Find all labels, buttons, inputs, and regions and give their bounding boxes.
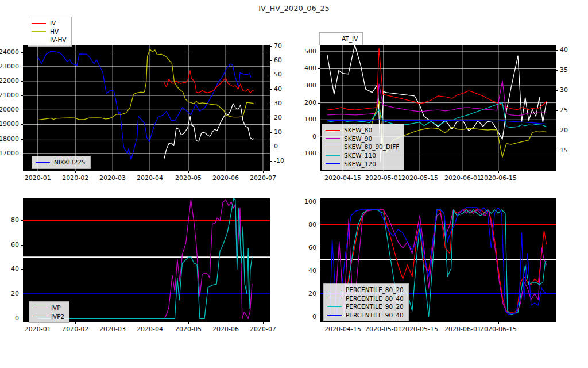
x-tickmark — [420, 322, 420, 324]
legend-label: SKEW_110 — [344, 152, 376, 159]
x-tick-label: 2020-06-15 — [480, 175, 517, 182]
x-tickmark — [263, 322, 264, 324]
y-tickmark-left — [318, 202, 320, 202]
y-tick-label-left: 500 — [282, 48, 316, 55]
y-tickmark-left — [21, 319, 23, 319]
y-tickmark-left — [318, 68, 320, 69]
y-tickmark-right — [556, 110, 558, 111]
y-tickmark-right — [270, 89, 272, 90]
y-tickmark-right — [270, 46, 272, 47]
x-tickmark — [226, 322, 226, 324]
legend-line-sample — [36, 162, 50, 163]
legend-label: IV-HV — [50, 36, 67, 43]
x-tickmark — [498, 322, 499, 324]
y-tickmark-left — [318, 248, 320, 248]
legend-item: AT_IV — [323, 34, 358, 43]
legend-item: PERCENTILE_80_40 — [327, 294, 404, 303]
x-tick-label: 2020-06-15 — [480, 326, 517, 333]
y-tickmark-left — [21, 294, 23, 294]
y-tick-label-left: 300 — [282, 82, 316, 89]
x-tick-label: 2020-07 — [250, 326, 276, 333]
y-tick-label-left: 80 — [0, 217, 19, 224]
y-tickmark-left — [318, 317, 320, 317]
x-tick-label: 2020-05-15 — [401, 326, 438, 333]
y-tick-label-right: 40 — [274, 86, 282, 93]
y-tick-label-right: 30 — [274, 100, 282, 107]
y-tick-label-right: 15 — [560, 147, 568, 154]
y-tickmark-right — [556, 151, 558, 151]
x-tickmark — [343, 322, 343, 324]
x-tick-label: 2020-06 — [212, 175, 239, 182]
legend-label: SKEW_80_90_DIFF — [344, 143, 399, 150]
x-tickmark — [226, 171, 226, 173]
legend: AT_IV — [319, 32, 363, 45]
x-tickmark — [343, 171, 343, 173]
legend-label: SKEW_120 — [344, 160, 376, 167]
legend-label: SKEW_90 — [344, 135, 372, 142]
y-tick-label-left: 20 — [282, 290, 316, 297]
y-tickmark-left — [21, 220, 23, 221]
y-tick-label-left: -100 — [282, 150, 316, 157]
y-tick-label-right: 30 — [560, 87, 568, 94]
legend-item: SKEW_80_90_DIFF — [326, 143, 399, 151]
x-tickmark — [188, 322, 189, 324]
legend-item: SKEW_110 — [326, 151, 399, 160]
legend-label: PERCENTILE_90_40 — [346, 312, 404, 319]
y-tickmark-left — [318, 225, 320, 225]
legend-line-sample — [32, 40, 46, 40]
y-tick-label-left: 23000 — [0, 63, 19, 70]
y-tickmark-right — [556, 90, 558, 91]
x-tick-label: 2020-05 — [175, 326, 202, 333]
y-tickmark-left — [318, 294, 320, 294]
y-tickmark-left — [21, 67, 23, 67]
y-tickmark-left — [21, 269, 23, 270]
y-tick-label-left: 40 — [0, 266, 19, 273]
y-tickmark-right — [270, 132, 272, 133]
legend-line-sample — [323, 39, 338, 39]
y-tickmark-right — [270, 103, 272, 104]
legend-label: PERCENTILE_80_20 — [346, 286, 404, 293]
x-tickmark — [113, 322, 113, 324]
legend-line-sample — [33, 308, 47, 308]
y-tick-label-left: 20000 — [0, 106, 19, 113]
y-tickmark-left — [21, 139, 23, 140]
y-tick-label-right: 20 — [560, 127, 568, 134]
x-tick-label: 2020-04-15 — [324, 175, 361, 182]
legend-item: IVP — [33, 304, 64, 312]
x-tick-label: 2020-06 — [212, 326, 239, 333]
x-tickmark — [263, 171, 264, 173]
x-tick-label: 2020-07 — [250, 175, 276, 182]
legend-line-sample — [326, 138, 340, 139]
y-tick-label-right: 50 — [274, 71, 282, 78]
y-tick-label-right: 0 — [274, 143, 278, 150]
y-tickmark-right — [556, 131, 558, 131]
x-tick-label: 2020-03 — [99, 326, 126, 333]
y-tickmark-left — [318, 120, 320, 120]
y-tickmark-left — [318, 154, 320, 154]
y-tick-label-left: 80 — [282, 221, 316, 228]
plot-area-iv-hv-nikkei — [23, 45, 270, 171]
y-tick-label-right: 25 — [560, 107, 568, 114]
x-tick-label: 2020-01 — [25, 326, 51, 333]
y-tickmark-left — [21, 245, 23, 246]
legend-item: NIKKEI225 — [36, 158, 86, 167]
legend-label: SKEW_80 — [344, 126, 372, 133]
y-tick-label-right: 20 — [274, 114, 282, 121]
legend: IVPIVP2 — [29, 301, 69, 323]
legend: NIKKEI225 — [32, 156, 91, 169]
legend: IVHVIV-HV — [28, 17, 72, 47]
x-tick-label: 2020-01 — [25, 175, 51, 182]
x-tickmark — [75, 322, 76, 324]
x-tick-label: 2020-05 — [175, 175, 202, 182]
y-tickmark-right — [270, 75, 272, 75]
x-tickmark — [38, 171, 38, 173]
y-tick-label-left: 60 — [0, 241, 19, 248]
y-tickmark-left — [318, 137, 320, 137]
y-tick-label-left: 100 — [282, 198, 316, 205]
x-tickmark — [188, 171, 189, 173]
x-tickmark — [75, 171, 76, 173]
legend-item: SKEW_120 — [326, 159, 399, 168]
legend-item: HV — [32, 28, 67, 36]
legend-label: IVP — [51, 304, 61, 311]
legend-item: PERCENTILE_90_20 — [327, 302, 404, 311]
